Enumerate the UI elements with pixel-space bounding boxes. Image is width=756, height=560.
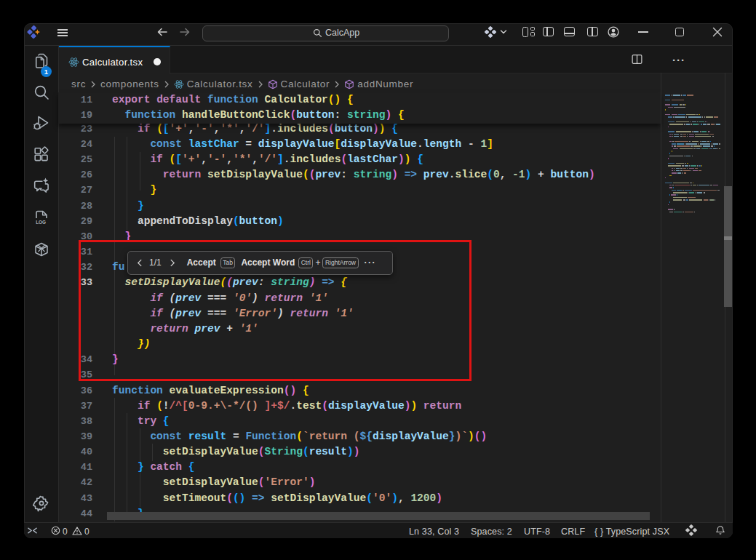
svg-text:LOG: LOG <box>36 220 46 225</box>
